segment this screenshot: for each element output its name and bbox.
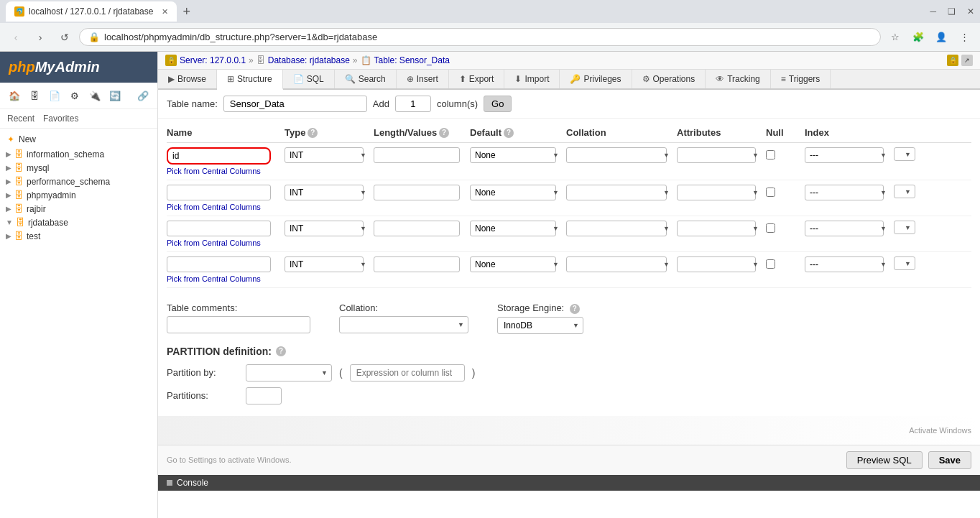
extra-select-3[interactable]: ▼ <box>894 221 915 234</box>
expand-btn[interactable]: ↗ <box>961 55 973 66</box>
null-checkbox-4[interactable] <box>766 259 775 269</box>
null-checkbox-2[interactable] <box>766 188 775 197</box>
close-btn[interactable]: ✕ <box>967 6 974 17</box>
default-select-1[interactable]: None As defined: NULL CURRENT_TIMESTAMP <box>470 147 556 163</box>
pick-central-columns-1[interactable]: Pick from Central Columns <box>167 167 282 175</box>
null-checkbox-3[interactable] <box>766 223 775 233</box>
sidebar-item-mysql[interactable]: ▶ 🗄 mysql <box>0 161 157 175</box>
type-select-1[interactable]: INT VARCHAR TEXT DATE <box>285 147 364 163</box>
browser-tab[interactable]: 🐬 localhost / 127.0.0.1 / rjdatabase ✕ <box>6 1 177 22</box>
maximize-btn[interactable]: ❑ <box>948 6 956 17</box>
plugin-icon-btn[interactable]: 🔌 <box>86 87 103 104</box>
default-select-2[interactable]: None <box>470 185 556 200</box>
menu-btn[interactable]: ⋮ <box>954 27 974 47</box>
index-select-3[interactable]: --- <box>805 221 884 236</box>
breadcrumb-server[interactable]: Server: 127.0.0.1 <box>180 55 246 65</box>
tab-browse[interactable]: ▶ Browse <box>158 70 217 88</box>
db-new-item[interactable]: ✦ New <box>0 131 157 147</box>
default-select-3[interactable]: None <box>470 221 556 236</box>
reload-btn[interactable]: ↺ <box>55 27 75 47</box>
collation-select-3[interactable] <box>566 221 667 236</box>
extra-select-2[interactable]: ▼ <box>894 185 915 198</box>
type-select-4[interactable]: INT VARCHAR <box>285 256 364 272</box>
save-button[interactable]: Save <box>928 451 971 469</box>
type-select-3[interactable]: INT VARCHAR <box>285 221 364 236</box>
sidebar-item-test[interactable]: ▶ 🗄 test <box>0 229 157 243</box>
bookmark-btn[interactable]: ☆ <box>885 27 905 47</box>
collation-select-4[interactable] <box>566 256 667 272</box>
index-select-1[interactable]: --- PRIMARY UNIQUE INDEX <box>805 147 884 163</box>
type-help-icon[interactable]: ? <box>308 128 318 138</box>
tab-tracking[interactable]: 👁 Tracking <box>706 70 771 88</box>
length-input-2[interactable] <box>374 185 460 200</box>
table-collation-select[interactable] <box>339 316 468 333</box>
extra-select-4[interactable]: ▼ <box>894 256 915 270</box>
type-select-2[interactable]: INT VARCHAR <box>285 185 364 200</box>
tab-sql[interactable]: 📄 SQL <box>283 70 335 88</box>
engine-select[interactable]: InnoDB MyISAM MEMORY <box>497 317 583 334</box>
length-help-icon[interactable]: ? <box>439 128 449 138</box>
attr-select-2[interactable] <box>677 185 756 200</box>
pick-central-columns-2[interactable]: Pick from Central Columns <box>167 203 282 211</box>
field-name-input-3[interactable] <box>167 221 271 236</box>
add-column-input[interactable] <box>395 96 431 112</box>
table-comments-input[interactable] <box>167 316 310 333</box>
pick-central-columns-4[interactable]: Pick from Central Columns <box>167 274 282 283</box>
preview-sql-button[interactable]: Preview SQL <box>846 451 923 469</box>
field-name-input-2[interactable] <box>167 185 271 200</box>
tab-export[interactable]: ⬆ Export <box>449 70 505 88</box>
sidebar-item-phpmyadmin[interactable]: ▶ 🗄 phpmyadmin <box>0 188 157 202</box>
forward-btn[interactable]: › <box>30 27 50 47</box>
partition-by-select[interactable] <box>246 364 332 381</box>
home-btn[interactable]: 🏠 <box>6 87 23 104</box>
default-help-icon[interactable]: ? <box>504 128 514 138</box>
sidebar-item-rajbir[interactable]: ▶ 🗄 rajbir <box>0 202 157 216</box>
sql-icon-btn[interactable]: 📄 <box>46 87 63 104</box>
length-input-3[interactable] <box>374 221 460 236</box>
pick-central-columns-3[interactable]: Pick from Central Columns <box>167 239 282 247</box>
table-name-input[interactable] <box>223 96 367 112</box>
attr-select-1[interactable] <box>677 147 756 163</box>
partitions-count-input[interactable] <box>246 387 282 404</box>
minimize-btn[interactable]: ─ <box>930 6 936 17</box>
tab-close-btn[interactable]: ✕ <box>162 7 168 17</box>
sidebar-item-rjdatabase[interactable]: ▼ 🗄 rjdatabase <box>0 216 157 229</box>
tab-operations[interactable]: ⚙ Operations <box>632 70 706 88</box>
extension-btn[interactable]: 🧩 <box>908 27 928 47</box>
partition-expression-input[interactable] <box>350 364 465 381</box>
tab-privileges[interactable]: 🔑 Privileges <box>560 70 632 88</box>
field-name-input-4[interactable] <box>167 256 271 272</box>
tab-search[interactable]: 🔍 Search <box>335 70 397 88</box>
collation-select-2[interactable] <box>566 185 667 200</box>
breadcrumb-table[interactable]: Table: Sensor_Data <box>374 55 450 65</box>
default-select-4[interactable]: None <box>470 256 556 272</box>
lock-btn[interactable]: 🔒 <box>947 55 958 66</box>
null-checkbox-1[interactable] <box>766 150 775 159</box>
tab-triggers[interactable]: ≡ Triggers <box>771 70 831 88</box>
tab-structure[interactable]: ⊞ Structure <box>217 70 283 90</box>
extra-select-1[interactable]: ▼ <box>894 147 915 161</box>
address-bar[interactable]: 🔒 localhost/phpmyadmin/db_structure.php?… <box>79 28 881 46</box>
profile-btn[interactable]: 👤 <box>931 27 951 47</box>
console-bar[interactable]: Console <box>158 475 980 491</box>
go-button[interactable]: Go <box>484 96 512 112</box>
attr-select-4[interactable] <box>677 256 756 272</box>
breadcrumb-database[interactable]: Database: rjdatabase <box>268 55 350 65</box>
collation-select-1[interactable] <box>566 147 667 163</box>
recent-link[interactable]: Recent <box>7 114 34 124</box>
new-tab-btn[interactable]: + <box>182 4 190 19</box>
link-icon-btn[interactable]: 🔗 <box>134 87 152 104</box>
back-btn[interactable]: ‹ <box>6 27 26 47</box>
favorites-link[interactable]: Favorites <box>43 114 78 124</box>
engine-help-icon[interactable]: ? <box>570 304 580 314</box>
field-name-input-1[interactable] <box>167 147 271 165</box>
sync-icon-btn[interactable]: 🔄 <box>106 87 124 104</box>
db-icon-btn[interactable]: 🗄 <box>26 87 43 104</box>
index-select-4[interactable]: --- <box>805 256 884 272</box>
sidebar-item-performance-schema[interactable]: ▶ 🗄 performance_schema <box>0 175 157 188</box>
length-input-4[interactable] <box>374 256 460 272</box>
attr-select-3[interactable] <box>677 221 756 236</box>
tab-import[interactable]: ⬇ Import <box>504 70 560 88</box>
tab-insert[interactable]: ⊕ Insert <box>397 70 449 88</box>
settings-icon-btn[interactable]: ⚙ <box>66 87 83 104</box>
